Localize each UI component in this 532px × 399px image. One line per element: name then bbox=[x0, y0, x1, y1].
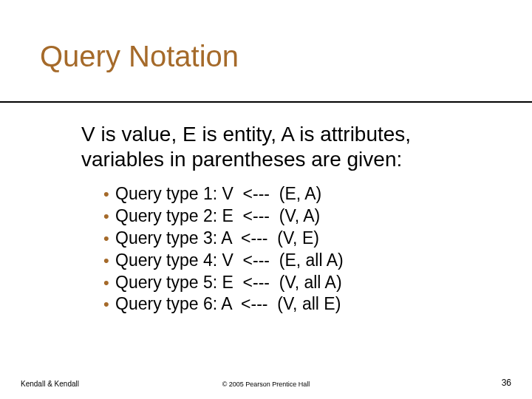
list-item-text: Query type 5: E <--- (V, all A) bbox=[115, 272, 342, 294]
intro-text: V is value, E is entity, A is attributes… bbox=[81, 122, 480, 172]
list-item: •Query type 2: E <--- (V, A) bbox=[103, 205, 473, 228]
slide-title: Query Notation bbox=[40, 40, 239, 73]
list-item: •Query type 3: A <--- (V, E) bbox=[103, 228, 473, 250]
bullet-icon: • bbox=[103, 250, 115, 272]
list-item-text: Query type 4: V <--- (E, all A) bbox=[115, 250, 344, 272]
list-item: •Query type 6: A <--- (V, all E) bbox=[103, 293, 473, 316]
horizontal-rule bbox=[0, 101, 532, 103]
footer-center: © 2005 Pearson Prentice Hall bbox=[0, 381, 532, 388]
page-number: 36 bbox=[502, 378, 511, 388]
bullet-icon: • bbox=[103, 273, 115, 294]
bullet-icon: • bbox=[103, 184, 115, 205]
list-item: •Query type 4: V <--- (E, all A) bbox=[103, 250, 473, 272]
list-item-text: Query type 6: A <--- (V, all E) bbox=[115, 293, 341, 316]
list-item-text: Query type 1: V <--- (E, A) bbox=[115, 183, 321, 205]
list-item: •Query type 5: E <--- (V, all A) bbox=[103, 272, 473, 294]
bullet-icon: • bbox=[103, 228, 115, 250]
list-item: •Query type 1: V <--- (E, A) bbox=[103, 183, 473, 205]
bullet-icon: • bbox=[103, 206, 115, 228]
slide: Query Notation V is value, E is entity, … bbox=[0, 0, 532, 399]
list-item-text: Query type 2: E <--- (V, A) bbox=[115, 205, 320, 228]
list-item-text: Query type 3: A <--- (V, E) bbox=[115, 228, 319, 250]
bullet-icon: • bbox=[103, 294, 115, 316]
bullet-list: •Query type 1: V <--- (E, A) •Query type… bbox=[103, 183, 473, 316]
